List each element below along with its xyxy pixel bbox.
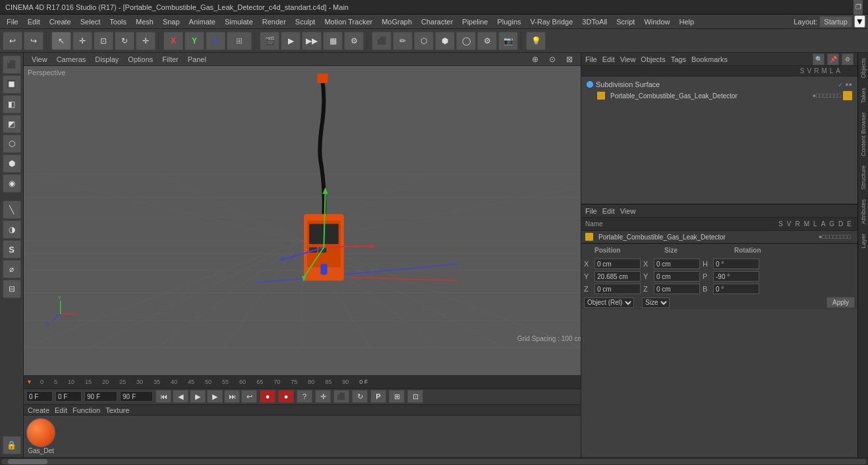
tab-takes[interactable]: Takes bbox=[859, 84, 868, 108]
vp-layout-btn[interactable]: 💡 bbox=[526, 32, 546, 50]
vp-menu-filter[interactable]: Filter bbox=[158, 55, 182, 63]
render-region-btn[interactable]: 🎬 bbox=[260, 32, 279, 50]
rot-b-input[interactable] bbox=[713, 284, 759, 294]
om-menu-tags[interactable]: Tags bbox=[671, 55, 686, 63]
frame-end-input[interactable] bbox=[120, 391, 153, 402]
om-pin-btn[interactable]: 📌 bbox=[827, 53, 839, 65]
attr-object-row[interactable]: Portable_Combustible_Gas_Leak_Detector ●… bbox=[581, 231, 857, 243]
shape-camera-btn[interactable]: 📷 bbox=[498, 32, 518, 50]
play-btn[interactable]: ▶ bbox=[190, 390, 206, 403]
jump-end-btn[interactable]: ⏭ bbox=[224, 390, 240, 403]
render-settings-btn[interactable]: ⚙ bbox=[344, 32, 364, 50]
lp-sculpt-btn[interactable]: ⌀ bbox=[3, 260, 21, 278]
menu-sculpt[interactable]: Sculpt bbox=[291, 16, 320, 27]
redo-btn[interactable]: ↪ bbox=[24, 32, 43, 50]
motion-select-btn[interactable]: ⬛ bbox=[333, 390, 349, 403]
motion-settings-btn[interactable]: ⊡ bbox=[407, 390, 423, 403]
tab-layer[interactable]: Layer bbox=[859, 230, 868, 253]
vp-menu-view[interactable]: View bbox=[28, 55, 51, 63]
rot-p-input[interactable] bbox=[713, 271, 759, 282]
scroll-thumb[interactable] bbox=[8, 459, 47, 464]
tab-structure[interactable]: Structure bbox=[859, 162, 868, 194]
shape-cube-btn[interactable]: ⬛ bbox=[372, 32, 391, 50]
layout-value[interactable]: Startup bbox=[820, 16, 851, 27]
size-y-input[interactable] bbox=[654, 271, 700, 282]
lp-s-btn[interactable]: S bbox=[3, 240, 21, 259]
coord-apply-btn[interactable]: Apply bbox=[826, 297, 855, 308]
viewport[interactable]: Perspective bbox=[24, 66, 581, 375]
coord-space-select[interactable]: Object (Rel) World bbox=[584, 297, 634, 308]
attr-menu-file[interactable]: File bbox=[585, 207, 597, 215]
menu-snap[interactable]: Snap bbox=[159, 16, 184, 27]
motion-rotate-btn[interactable]: ↻ bbox=[352, 390, 368, 403]
key-mark-btn[interactable]: ? bbox=[297, 390, 312, 403]
om-gear-btn[interactable]: ⚙ bbox=[842, 53, 854, 65]
vp-menu-cameras[interactable]: Cameras bbox=[53, 55, 90, 63]
om-subdiv-row[interactable]: Subdivision Surface ✓ ●● bbox=[584, 79, 855, 90]
record-btn[interactable]: ● bbox=[260, 390, 275, 403]
pos-x-input[interactable] bbox=[594, 259, 641, 269]
mode-transform-btn[interactable]: ✛ bbox=[136, 32, 156, 50]
axis-all-btn[interactable]: ⊞ bbox=[227, 32, 252, 50]
menu-select[interactable]: Select bbox=[76, 16, 105, 27]
om-menu-bookmarks[interactable]: Bookmarks bbox=[691, 55, 728, 63]
menu-character[interactable]: Character bbox=[417, 16, 457, 27]
menu-tools[interactable]: Tools bbox=[105, 16, 130, 27]
render-all-btn[interactable]: ▶▶ bbox=[302, 32, 322, 50]
shape-field-btn[interactable]: ⚙ bbox=[477, 32, 497, 50]
menu-plugins[interactable]: Plugins bbox=[493, 16, 525, 27]
preview-end-input[interactable] bbox=[84, 391, 117, 402]
menu-simulate[interactable]: Simulate bbox=[221, 16, 257, 27]
menu-edit[interactable]: Edit bbox=[24, 16, 44, 27]
undo-btn[interactable]: ↩ bbox=[3, 32, 22, 50]
lp-paint-btn[interactable]: 🔲 bbox=[3, 75, 21, 94]
current-frame-input[interactable] bbox=[26, 391, 53, 402]
rot-h-input[interactable] bbox=[713, 259, 759, 269]
coord-size-select[interactable]: Size bbox=[642, 297, 670, 308]
render-multipass-btn[interactable]: ▦ bbox=[323, 32, 343, 50]
mode-cursor-btn[interactable]: ↖ bbox=[51, 32, 71, 50]
attr-menu-edit[interactable]: Edit bbox=[602, 207, 615, 215]
menu-pipeline[interactable]: Pipeline bbox=[458, 16, 492, 27]
om-menu-edit[interactable]: Edit bbox=[602, 55, 615, 63]
motion-p-btn[interactable]: P bbox=[370, 390, 386, 403]
shape-deform-btn[interactable]: ◯ bbox=[456, 32, 476, 50]
mat-menu-function[interactable]: Function bbox=[72, 406, 100, 414]
maximize-btn[interactable]: ❐ bbox=[854, 3, 863, 12]
motion-move-btn[interactable]: ✛ bbox=[315, 390, 331, 403]
menu-3dtoall[interactable]: 3DToAll bbox=[578, 16, 611, 27]
pos-y-input[interactable] bbox=[594, 271, 641, 282]
autokey-btn[interactable]: ● bbox=[278, 390, 294, 403]
lp-gradient-btn[interactable]: ◩ bbox=[3, 115, 21, 133]
menu-mesh[interactable]: Mesh bbox=[132, 16, 158, 27]
menu-script[interactable]: Script bbox=[612, 16, 639, 27]
next-frame-btn[interactable]: ▶ bbox=[207, 390, 223, 403]
menu-help[interactable]: Help bbox=[676, 16, 699, 27]
layout-dropdown-btn[interactable]: ▼ bbox=[854, 15, 865, 28]
prev-frame-btn[interactable]: ◀ bbox=[173, 390, 188, 403]
vp-icon-settings[interactable]: ⊠ bbox=[562, 55, 577, 64]
lp-magnet-btn[interactable]: ◑ bbox=[3, 220, 21, 239]
size-x-input[interactable] bbox=[654, 259, 700, 269]
om-menu-file[interactable]: File bbox=[585, 55, 597, 63]
material-item[interactable]: Gas_Det bbox=[26, 418, 55, 454]
menu-render[interactable]: Render bbox=[258, 16, 290, 27]
axis-z-btn[interactable]: Z bbox=[206, 32, 225, 50]
mode-rotate-btn[interactable]: ↻ bbox=[115, 32, 134, 50]
pos-z-input[interactable] bbox=[594, 284, 641, 294]
om-menu-objects[interactable]: Objects bbox=[641, 55, 665, 63]
tab-attributes[interactable]: Attributes bbox=[859, 195, 868, 228]
lp-checker-btn[interactable]: ◧ bbox=[3, 95, 21, 113]
horizontal-scrollbar[interactable] bbox=[0, 457, 868, 465]
tab-objects[interactable]: Objects bbox=[859, 54, 868, 82]
lp-box-btn[interactable]: ⬡ bbox=[3, 135, 21, 153]
vp-menu-options[interactable]: Options bbox=[124, 55, 157, 63]
lp-grid-btn[interactable]: ⊟ bbox=[3, 280, 21, 298]
axis-x-btn[interactable]: X bbox=[163, 32, 183, 50]
menu-motion-tracker[interactable]: Motion Tracker bbox=[320, 16, 376, 27]
shape-pen-btn[interactable]: ✏ bbox=[393, 32, 413, 50]
menu-file[interactable]: File bbox=[3, 16, 22, 27]
om-search-btn[interactable]: 🔍 bbox=[813, 53, 825, 65]
vp-menu-display[interactable]: Display bbox=[91, 55, 123, 63]
menu-animate[interactable]: Animate bbox=[185, 16, 219, 27]
